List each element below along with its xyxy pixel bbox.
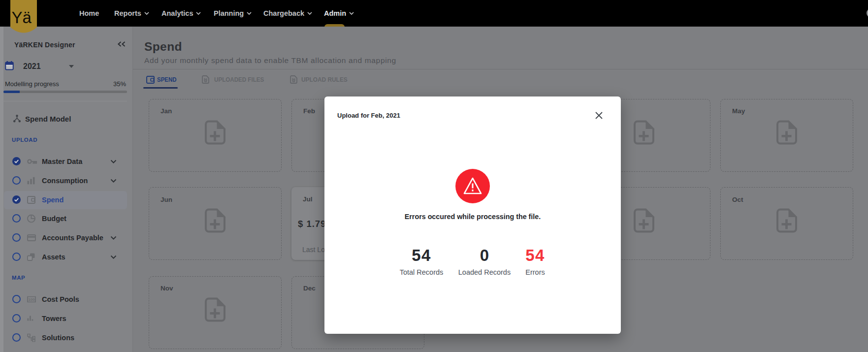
svg-text:100: 100: [28, 297, 35, 302]
